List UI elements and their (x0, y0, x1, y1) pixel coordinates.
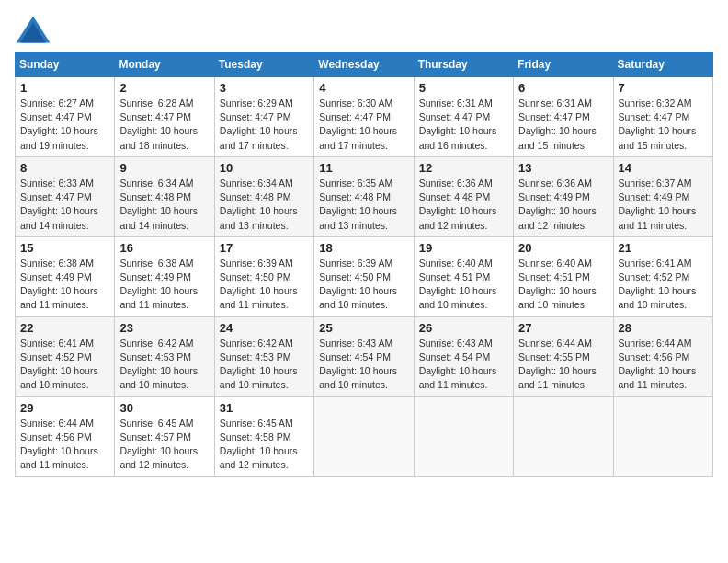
day-number: 21 (619, 241, 708, 255)
day-info: Sunrise: 6:38 AMSunset: 4:49 PMDaylight:… (119, 257, 209, 313)
calendar-cell: 24 Sunrise: 6:42 AMSunset: 4:53 PMDaylig… (214, 316, 313, 396)
day-info: Sunrise: 6:30 AMSunset: 4:47 PMDaylight:… (319, 97, 408, 153)
day-info: Sunrise: 6:31 AMSunset: 4:47 PMDaylight:… (419, 97, 508, 153)
day-number: 5 (419, 81, 508, 95)
calendar-cell: 3 Sunrise: 6:29 AMSunset: 4:47 PMDayligh… (214, 77, 313, 157)
calendar-cell: 13 Sunrise: 6:36 AMSunset: 4:49 PMDaylig… (514, 156, 613, 236)
day-info: Sunrise: 6:34 AMSunset: 4:48 PMDaylight:… (220, 177, 309, 233)
day-number: 2 (119, 81, 209, 95)
day-info: Sunrise: 6:32 AMSunset: 4:47 PMDaylight:… (619, 97, 708, 153)
day-info: Sunrise: 6:41 AMSunset: 4:52 PMDaylight:… (20, 337, 109, 393)
calendar-cell: 1 Sunrise: 6:27 AMSunset: 4:47 PMDayligh… (16, 77, 115, 157)
day-number: 28 (619, 321, 708, 335)
calendar-cell: 16 Sunrise: 6:38 AMSunset: 4:49 PMDaylig… (115, 236, 214, 316)
calendar-week-row: 8 Sunrise: 6:33 AMSunset: 4:47 PMDayligh… (16, 156, 713, 236)
calendar-cell: 23 Sunrise: 6:42 AMSunset: 4:53 PMDaylig… (115, 316, 214, 396)
calendar-cell: 22 Sunrise: 6:41 AMSunset: 4:52 PMDaylig… (16, 316, 115, 396)
calendar-cell: 15 Sunrise: 6:38 AMSunset: 4:49 PMDaylig… (16, 236, 115, 316)
day-info: Sunrise: 6:45 AMSunset: 4:58 PMDaylight:… (220, 417, 309, 473)
day-number: 23 (119, 321, 209, 335)
calendar-day-header: Tuesday (214, 52, 313, 77)
day-info: Sunrise: 6:39 AMSunset: 4:50 PMDaylight:… (319, 257, 408, 313)
day-info: Sunrise: 6:44 AMSunset: 4:56 PMDaylight:… (20, 417, 109, 473)
calendar-cell: 4 Sunrise: 6:30 AMSunset: 4:47 PMDayligh… (314, 77, 414, 157)
calendar-day-header: Thursday (414, 52, 513, 77)
day-info: Sunrise: 6:44 AMSunset: 4:55 PMDaylight:… (518, 337, 608, 393)
calendar-day-header: Monday (115, 52, 214, 77)
calendar-cell: 8 Sunrise: 6:33 AMSunset: 4:47 PMDayligh… (16, 156, 115, 236)
calendar-cell: 25 Sunrise: 6:43 AMSunset: 4:54 PMDaylig… (314, 316, 414, 396)
day-number: 12 (419, 161, 508, 175)
day-number: 3 (220, 81, 309, 95)
day-info: Sunrise: 6:41 AMSunset: 4:52 PMDaylight:… (619, 257, 708, 313)
day-number: 18 (319, 241, 408, 255)
calendar-cell: 19 Sunrise: 6:40 AMSunset: 4:51 PMDaylig… (414, 236, 513, 316)
calendar-cell: 29 Sunrise: 6:44 AMSunset: 4:56 PMDaylig… (16, 396, 115, 477)
day-number: 4 (319, 81, 408, 95)
day-info: Sunrise: 6:45 AMSunset: 4:57 PMDaylight:… (119, 417, 209, 473)
calendar-cell (514, 396, 613, 477)
day-info: Sunrise: 6:28 AMSunset: 4:47 PMDaylight:… (119, 97, 209, 153)
calendar-cell: 18 Sunrise: 6:39 AMSunset: 4:50 PMDaylig… (314, 236, 414, 316)
calendar-day-header: Wednesday (314, 52, 414, 77)
day-number: 16 (119, 241, 209, 255)
calendar-week-row: 22 Sunrise: 6:41 AMSunset: 4:52 PMDaylig… (16, 316, 713, 396)
calendar-cell: 26 Sunrise: 6:43 AMSunset: 4:54 PMDaylig… (414, 316, 513, 396)
day-info: Sunrise: 6:36 AMSunset: 4:48 PMDaylight:… (419, 177, 508, 233)
day-number: 1 (20, 81, 109, 95)
calendar-cell (314, 396, 414, 477)
day-number: 6 (518, 81, 608, 95)
day-number: 11 (319, 161, 408, 175)
day-info: Sunrise: 6:44 AMSunset: 4:56 PMDaylight:… (619, 337, 708, 393)
calendar-cell: 31 Sunrise: 6:45 AMSunset: 4:58 PMDaylig… (214, 396, 313, 477)
day-number: 27 (518, 321, 608, 335)
calendar-cell: 12 Sunrise: 6:36 AMSunset: 4:48 PMDaylig… (414, 156, 513, 236)
calendar-week-row: 1 Sunrise: 6:27 AMSunset: 4:47 PMDayligh… (16, 77, 713, 157)
logo-icon (15, 15, 51, 44)
day-number: 20 (518, 241, 608, 255)
calendar-day-header: Saturday (613, 52, 712, 77)
day-number: 31 (220, 401, 309, 415)
day-number: 24 (220, 321, 309, 335)
calendar-cell: 6 Sunrise: 6:31 AMSunset: 4:47 PMDayligh… (514, 77, 613, 157)
day-number: 7 (619, 81, 708, 95)
calendar-cell: 28 Sunrise: 6:44 AMSunset: 4:56 PMDaylig… (613, 316, 712, 396)
day-info: Sunrise: 6:36 AMSunset: 4:49 PMDaylight:… (518, 177, 608, 233)
day-info: Sunrise: 6:29 AMSunset: 4:47 PMDaylight:… (220, 97, 309, 153)
calendar-cell: 27 Sunrise: 6:44 AMSunset: 4:55 PMDaylig… (514, 316, 613, 396)
day-info: Sunrise: 6:39 AMSunset: 4:50 PMDaylight:… (220, 257, 309, 313)
calendar-cell: 17 Sunrise: 6:39 AMSunset: 4:50 PMDaylig… (214, 236, 313, 316)
calendar-cell: 11 Sunrise: 6:35 AMSunset: 4:48 PMDaylig… (314, 156, 414, 236)
day-number: 9 (119, 161, 209, 175)
day-number: 13 (518, 161, 608, 175)
day-number: 8 (20, 161, 109, 175)
day-info: Sunrise: 6:42 AMSunset: 4:53 PMDaylight:… (119, 337, 209, 393)
day-info: Sunrise: 6:35 AMSunset: 4:48 PMDaylight:… (319, 177, 408, 233)
day-info: Sunrise: 6:43 AMSunset: 4:54 PMDaylight:… (419, 337, 508, 393)
day-info: Sunrise: 6:43 AMSunset: 4:54 PMDaylight:… (319, 337, 408, 393)
calendar-cell: 7 Sunrise: 6:32 AMSunset: 4:47 PMDayligh… (613, 77, 712, 157)
calendar-week-row: 29 Sunrise: 6:44 AMSunset: 4:56 PMDaylig… (16, 396, 713, 477)
day-number: 17 (220, 241, 309, 255)
day-number: 30 (119, 401, 209, 415)
day-info: Sunrise: 6:33 AMSunset: 4:47 PMDaylight:… (20, 177, 109, 233)
calendar-cell: 14 Sunrise: 6:37 AMSunset: 4:49 PMDaylig… (613, 156, 712, 236)
calendar-week-row: 15 Sunrise: 6:38 AMSunset: 4:49 PMDaylig… (16, 236, 713, 316)
calendar-cell: 5 Sunrise: 6:31 AMSunset: 4:47 PMDayligh… (414, 77, 513, 157)
day-info: Sunrise: 6:37 AMSunset: 4:49 PMDaylight:… (619, 177, 708, 233)
day-number: 19 (419, 241, 508, 255)
calendar-cell: 30 Sunrise: 6:45 AMSunset: 4:57 PMDaylig… (115, 396, 214, 477)
calendar-table: SundayMondayTuesdayWednesdayThursdayFrid… (15, 52, 713, 477)
calendar-cell: 9 Sunrise: 6:34 AMSunset: 4:48 PMDayligh… (115, 156, 214, 236)
day-info: Sunrise: 6:34 AMSunset: 4:48 PMDaylight:… (119, 177, 209, 233)
calendar-header-row: SundayMondayTuesdayWednesdayThursdayFrid… (16, 52, 713, 77)
calendar-cell (414, 396, 513, 477)
logo (15, 15, 55, 44)
day-info: Sunrise: 6:42 AMSunset: 4:53 PMDaylight:… (220, 337, 309, 393)
page-header (15, 15, 713, 44)
day-info: Sunrise: 6:40 AMSunset: 4:51 PMDaylight:… (518, 257, 608, 313)
calendar-cell: 2 Sunrise: 6:28 AMSunset: 4:47 PMDayligh… (115, 77, 214, 157)
day-number: 10 (220, 161, 309, 175)
day-number: 26 (419, 321, 508, 335)
calendar-day-header: Friday (514, 52, 613, 77)
